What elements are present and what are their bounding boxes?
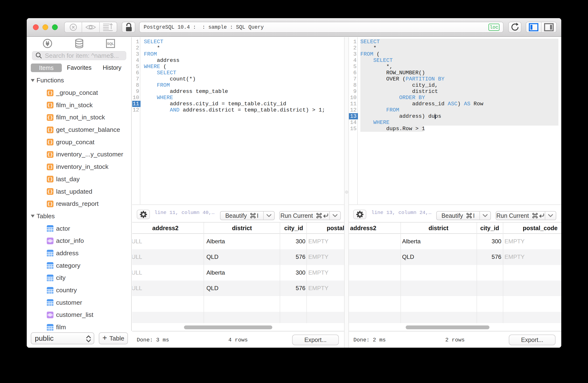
svg-text:SQL: SQL — [107, 42, 114, 45]
